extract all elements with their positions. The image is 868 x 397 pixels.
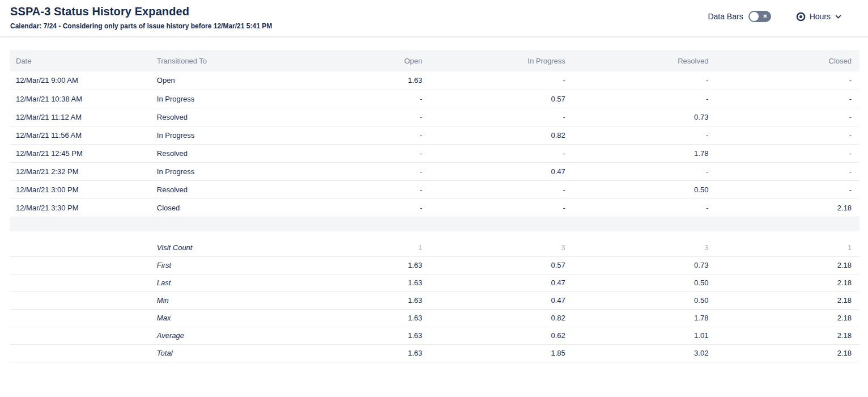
closed-cell: - bbox=[716, 90, 860, 108]
summary-row-first: First 1.63 0.57 0.73 2.18 bbox=[10, 256, 860, 274]
open-cell: - bbox=[287, 180, 431, 198]
transitioned-to-cell: In Progress bbox=[151, 126, 287, 144]
closed-cell: 2.18 bbox=[716, 344, 860, 362]
summary-label-cell: Total bbox=[151, 344, 287, 362]
resolved-cell: 1.78 bbox=[573, 309, 717, 327]
open-cell: 1.63 bbox=[287, 274, 431, 292]
in-progress-cell: - bbox=[430, 198, 573, 217]
column-header-in-progress: In Progress bbox=[430, 50, 573, 71]
summary-label-cell: Max bbox=[151, 309, 287, 327]
resolved-cell: 0.73 bbox=[573, 108, 717, 126]
in-progress-cell: 0.47 bbox=[430, 274, 573, 292]
resolved-cell: 0.50 bbox=[573, 274, 717, 292]
header-divider bbox=[0, 36, 868, 37]
closed-cell: - bbox=[716, 108, 860, 126]
date-cell: 12/Mar/21 12:45 PM bbox=[10, 144, 151, 162]
heading-block: SSPA-3 Status History Expanded Calendar:… bbox=[10, 5, 272, 30]
data-bars-toggle[interactable]: ✕ bbox=[748, 11, 771, 22]
toggle-off-x-icon: ✕ bbox=[763, 14, 767, 19]
table-row: 12/Mar/21 3:00 PM Resolved - - 0.50 - bbox=[10, 180, 860, 198]
chevron-down-icon bbox=[835, 13, 842, 20]
in-progress-cell: 3 bbox=[430, 239, 573, 256]
open-cell: - bbox=[287, 144, 431, 162]
summary-label-cell: First bbox=[151, 256, 287, 274]
column-header-transitioned-to: Transitioned To bbox=[151, 50, 287, 71]
resolved-cell: - bbox=[573, 126, 717, 144]
summary-row-average: Average 1.63 0.62 1.01 2.18 bbox=[10, 327, 860, 344]
summary-row-visit-count: Visit Count 1 3 3 1 bbox=[10, 239, 860, 256]
date-cell: 12/Mar/21 3:00 PM bbox=[10, 180, 151, 198]
open-cell: 1 bbox=[287, 239, 431, 256]
data-bars-control: Data Bars ✕ bbox=[708, 11, 771, 22]
summary-row-min: Min 1.63 0.47 0.50 2.18 bbox=[10, 292, 860, 309]
summary-row-last: Last 1.63 0.47 0.50 2.18 bbox=[10, 274, 860, 292]
column-header-resolved: Resolved bbox=[573, 50, 717, 71]
summary-row-total: Total 1.63 1.85 3.02 2.18 bbox=[10, 344, 860, 362]
date-cell: 12/Mar/21 2:32 PM bbox=[10, 162, 151, 180]
open-cell: 1.63 bbox=[287, 327, 431, 344]
closed-cell: 2.18 bbox=[716, 198, 860, 217]
date-cell: 12/Mar/21 3:30 PM bbox=[10, 198, 151, 217]
table-row: 12/Mar/21 3:30 PM Closed - - - 2.18 bbox=[10, 198, 860, 217]
open-cell: - bbox=[287, 198, 431, 217]
closed-cell: 1 bbox=[716, 239, 860, 256]
resolved-cell: 1.01 bbox=[573, 327, 717, 344]
in-progress-cell: 0.47 bbox=[430, 292, 573, 309]
closed-cell: 2.18 bbox=[716, 274, 860, 292]
in-progress-cell: 0.82 bbox=[430, 309, 573, 327]
transitioned-to-cell: Open bbox=[151, 71, 287, 90]
in-progress-cell: 0.57 bbox=[430, 256, 573, 274]
transitioned-to-cell: In Progress bbox=[151, 90, 287, 108]
resolved-cell: - bbox=[573, 90, 717, 108]
date-cell: 12/Mar/21 10:38 AM bbox=[10, 90, 151, 108]
resolved-cell: - bbox=[573, 71, 717, 90]
resolved-cell: 0.73 bbox=[573, 256, 717, 274]
closed-cell: 2.18 bbox=[716, 327, 860, 344]
closed-cell: 2.18 bbox=[716, 292, 860, 309]
resolved-cell: 1.78 bbox=[573, 144, 717, 162]
column-header-date: Date bbox=[10, 50, 151, 71]
table-row: 12/Mar/21 12:45 PM Resolved - - 1.78 - bbox=[10, 144, 860, 162]
open-cell: 1.63 bbox=[287, 309, 431, 327]
open-cell: - bbox=[287, 162, 431, 180]
closed-cell: 2.18 bbox=[716, 256, 860, 274]
header-controls: Data Bars ✕ Hours bbox=[708, 11, 842, 22]
in-progress-cell: 0.82 bbox=[430, 126, 573, 144]
open-cell: 1.63 bbox=[287, 292, 431, 309]
closed-cell: - bbox=[716, 180, 860, 198]
resolved-cell: 3.02 bbox=[573, 344, 717, 362]
date-cell: 12/Mar/21 9:00 AM bbox=[10, 71, 151, 90]
gap-row bbox=[10, 231, 860, 239]
table-row: 12/Mar/21 11:12 AM Resolved - - 0.73 - bbox=[10, 108, 860, 126]
table-row: 12/Mar/21 2:32 PM In Progress - 0.47 - - bbox=[10, 162, 860, 180]
column-header-open: Open bbox=[287, 50, 431, 71]
in-progress-cell: - bbox=[430, 108, 573, 126]
page-title: SSPA-3 Status History Expanded bbox=[10, 5, 272, 18]
resolved-cell: 3 bbox=[573, 239, 717, 256]
status-history-table-wrap: Date Transitioned To Open In Progress Re… bbox=[10, 50, 860, 362]
transitioned-to-cell: Closed bbox=[151, 198, 287, 217]
resolved-cell: 0.50 bbox=[573, 292, 717, 309]
in-progress-cell: 1.85 bbox=[430, 344, 573, 362]
in-progress-cell: - bbox=[430, 180, 573, 198]
summary-label-cell: Last bbox=[151, 274, 287, 292]
column-header-closed: Closed bbox=[716, 50, 860, 71]
resolved-cell: - bbox=[573, 162, 717, 180]
transitioned-to-cell: Resolved bbox=[151, 144, 287, 162]
data-bars-label: Data Bars bbox=[708, 12, 743, 21]
transitioned-to-cell: In Progress bbox=[151, 162, 287, 180]
summary-row-max: Max 1.63 0.82 1.78 2.18 bbox=[10, 309, 860, 327]
eye-icon bbox=[796, 12, 806, 22]
open-cell: 1.63 bbox=[287, 344, 431, 362]
closed-cell: - bbox=[716, 71, 860, 90]
open-cell: 1.63 bbox=[287, 71, 431, 90]
closed-cell: - bbox=[716, 126, 860, 144]
closed-cell: 2.18 bbox=[716, 309, 860, 327]
date-cell: 12/Mar/21 11:56 AM bbox=[10, 126, 151, 144]
summary-label-cell: Visit Count bbox=[151, 239, 287, 256]
in-progress-cell: 0.62 bbox=[430, 327, 573, 344]
top-bar: SSPA-3 Status History Expanded Calendar:… bbox=[0, 0, 868, 30]
summary-label-cell: Min bbox=[151, 292, 287, 309]
hours-dropdown[interactable]: Hours bbox=[796, 12, 842, 22]
in-progress-cell: 0.57 bbox=[430, 90, 573, 108]
